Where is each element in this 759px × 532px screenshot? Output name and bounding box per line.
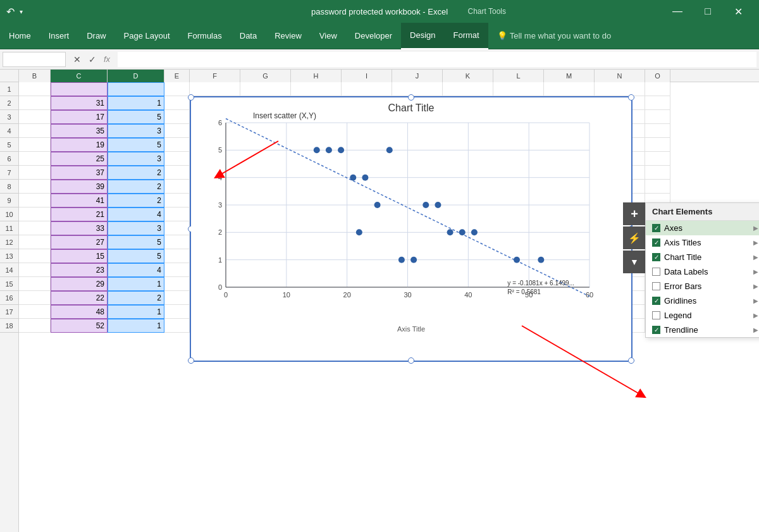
cell-b-13[interactable]: [19, 249, 51, 263]
cell-b-17[interactable]: [19, 305, 51, 319]
cell-b-6[interactable]: [19, 152, 51, 166]
cell-col-e-14[interactable]: [164, 263, 190, 277]
ce-item-data-labels[interactable]: Data Labels ▶: [646, 264, 759, 279]
cell-d-6[interactable]: 3: [108, 152, 164, 166]
tab-developer[interactable]: Developer: [346, 23, 401, 49]
cell-col-e-11[interactable]: [164, 221, 190, 235]
cell-col-o-8[interactable]: [645, 180, 670, 194]
cell-c-3[interactable]: 17: [51, 110, 108, 124]
chart[interactable]: Chart Title Axis Title Axis Title y = -0…: [190, 96, 632, 362]
cell-d-8[interactable]: 2: [108, 180, 164, 194]
cell-d-4[interactable]: 3: [108, 124, 164, 138]
cell-b-12[interactable]: [19, 235, 51, 249]
cell-b-10[interactable]: [19, 207, 51, 221]
chart-handle-tl[interactable]: [188, 94, 194, 101]
cell-b-14[interactable]: [19, 263, 51, 277]
cell-d-5[interactable]: 5: [108, 138, 164, 152]
cell-col-e-18[interactable]: [164, 319, 190, 333]
cell-c-4[interactable]: 35: [51, 124, 108, 138]
cell-c-10[interactable]: 21: [51, 207, 108, 221]
undo-icon[interactable]: ↶: [6, 6, 15, 18]
cell-col-e-17[interactable]: [164, 305, 190, 319]
add-chart-element-button[interactable]: +: [623, 202, 646, 225]
cell-b-2[interactable]: [19, 96, 51, 110]
cell-d-1[interactable]: [108, 82, 164, 96]
cell-b-8[interactable]: [19, 180, 51, 194]
cell-b-16[interactable]: [19, 291, 51, 305]
cell-col-j-1[interactable]: [392, 82, 443, 96]
cell-c-14[interactable]: 23: [51, 263, 108, 277]
gridlines-checkbox[interactable]: [652, 297, 660, 305]
ce-item-axes[interactable]: Axes ▶: [646, 221, 759, 235]
cell-c-9[interactable]: 41: [51, 194, 108, 207]
chart-handle-tc[interactable]: [408, 94, 414, 101]
data-labels-checkbox[interactable]: [652, 268, 660, 276]
cell-c-6[interactable]: 25: [51, 152, 108, 166]
cell-c-18[interactable]: 52: [51, 319, 108, 333]
cell-c-1[interactable]: [51, 82, 108, 96]
ce-item-axis-titles[interactable]: Axis Titles ▶: [646, 235, 759, 250]
cell-b-3[interactable]: [19, 110, 51, 124]
tab-insert[interactable]: Insert: [40, 23, 78, 49]
cell-b-1[interactable]: [19, 82, 51, 96]
cell-col-e-16[interactable]: [164, 291, 190, 305]
cell-col-g-1[interactable]: [240, 82, 291, 96]
cell-d-11[interactable]: 3: [108, 221, 164, 235]
cell-b-7[interactable]: [19, 166, 51, 180]
cell-col-l-1[interactable]: [493, 82, 544, 96]
cell-c-11[interactable]: 33: [51, 221, 108, 235]
x-axis-title[interactable]: Axis Title: [397, 325, 425, 333]
cell-col-e-13[interactable]: [164, 249, 190, 263]
cell-d-16[interactable]: 2: [108, 291, 164, 305]
cell-col-e-4[interactable]: [164, 124, 190, 138]
cell-d-12[interactable]: 5: [108, 235, 164, 249]
tab-data[interactable]: Data: [231, 23, 266, 49]
cell-col-o-1[interactable]: [645, 82, 670, 96]
cell-col-o-2[interactable]: [645, 96, 670, 110]
cell-col-k-1[interactable]: [443, 82, 493, 96]
cell-d-9[interactable]: 2: [108, 194, 164, 207]
cell-b-15[interactable]: [19, 277, 51, 291]
cell-c-17[interactable]: 48: [51, 305, 108, 319]
minimize-button[interactable]: —: [663, 0, 692, 23]
ce-item-chart-title[interactable]: Chart Title ▶: [646, 250, 759, 264]
cell-col-h-1[interactable]: [291, 82, 342, 96]
confirm-formula-button[interactable]: ✓: [85, 52, 100, 67]
cell-c-5[interactable]: 19: [51, 138, 108, 152]
cell-col-e-9[interactable]: [164, 194, 190, 207]
cell-b-4[interactable]: [19, 124, 51, 138]
cell-b-5[interactable]: [19, 138, 51, 152]
tab-draw[interactable]: Draw: [78, 23, 114, 49]
cell-c-8[interactable]: 39: [51, 180, 108, 194]
cell-col-e-7[interactable]: [164, 166, 190, 180]
chart-filter-button[interactable]: ▼: [623, 251, 646, 273]
name-box[interactable]: [3, 52, 66, 67]
ce-item-error-bars[interactable]: Error Bars ▶: [646, 279, 759, 294]
axis-titles-checkbox[interactable]: [652, 238, 660, 247]
chart-handle-br[interactable]: [628, 357, 634, 364]
tab-design[interactable]: Design: [401, 23, 444, 49]
cell-col-o-3[interactable]: [645, 110, 670, 124]
cell-col-f-1[interactable]: [190, 82, 240, 96]
chart-handle-tr[interactable]: [628, 94, 634, 101]
legend-checkbox[interactable]: [652, 311, 660, 319]
tab-format[interactable]: Format: [445, 23, 488, 49]
chart-handle-bl[interactable]: [188, 357, 194, 364]
close-button[interactable]: ✕: [724, 0, 753, 23]
tab-view[interactable]: View: [311, 23, 346, 49]
cell-col-e-10[interactable]: [164, 207, 190, 221]
cell-c-12[interactable]: 27: [51, 235, 108, 249]
cell-col-e-2[interactable]: [164, 96, 190, 110]
cell-col-e-6[interactable]: [164, 152, 190, 166]
cell-col-o-4[interactable]: [645, 124, 670, 138]
cell-c-13[interactable]: 15: [51, 249, 108, 263]
cell-b-9[interactable]: [19, 194, 51, 207]
cell-d-17[interactable]: 1: [108, 305, 164, 319]
tab-home[interactable]: Home: [0, 23, 40, 49]
cell-d-15[interactable]: 1: [108, 277, 164, 291]
cancel-formula-button[interactable]: ✕: [70, 52, 85, 67]
cell-d-13[interactable]: 5: [108, 249, 164, 263]
axes-checkbox[interactable]: [652, 224, 660, 232]
cell-col-m-1[interactable]: [544, 82, 595, 96]
cell-c-16[interactable]: 22: [51, 291, 108, 305]
